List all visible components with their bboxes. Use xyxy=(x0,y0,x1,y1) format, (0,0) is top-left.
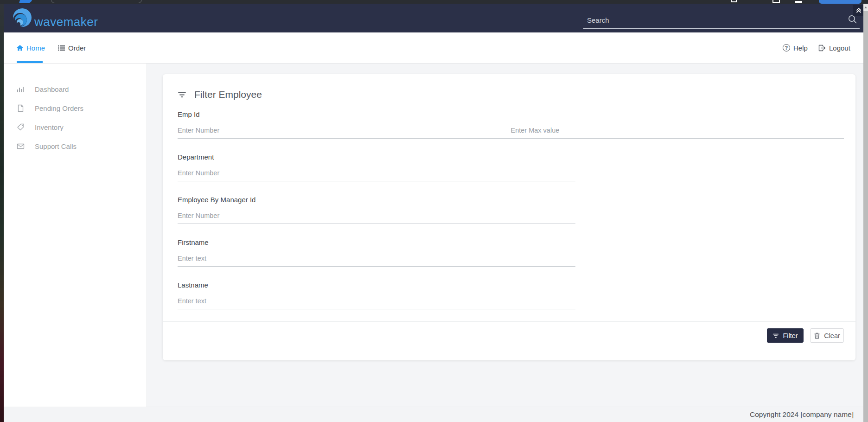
brand-logo-text: wavemaker xyxy=(34,15,98,28)
trash-icon xyxy=(814,332,820,339)
logout-icon xyxy=(818,45,826,51)
top-navbar: wavemaker xyxy=(4,4,863,32)
field-label: Department xyxy=(178,153,844,162)
sidebar-item-label: Support Calls xyxy=(35,142,77,150)
sidebar-item-label: Pending Orders xyxy=(35,104,83,112)
scrollbar-thumb[interactable] xyxy=(863,11,868,422)
search-icon[interactable] xyxy=(848,14,858,25)
tab-order-label: Order xyxy=(68,44,86,52)
field-label: Emp Id xyxy=(178,110,844,119)
help-icon: ? xyxy=(783,44,790,51)
field-label: Employee By Manager Id xyxy=(178,195,844,205)
browser-chrome-strip xyxy=(0,0,868,4)
filter-button[interactable]: Filter xyxy=(767,328,804,343)
field-firstname: Firstname xyxy=(178,238,844,267)
card-footer-actions: Filter Clear xyxy=(178,322,844,343)
brand-logo[interactable]: wavemaker xyxy=(11,7,98,29)
browser-minimize-icon xyxy=(795,1,802,3)
double-chevron-up-icon xyxy=(855,7,862,13)
sidebar-item-pending-orders[interactable]: Pending Orders xyxy=(4,99,147,118)
envelope-icon xyxy=(17,142,25,150)
field-emp-id: Emp Id xyxy=(178,110,844,139)
app-window: wavemaker Home xyxy=(0,0,868,422)
sidebar-item-support-calls[interactable]: Support Calls xyxy=(4,137,147,156)
browser-tab-outline xyxy=(51,0,142,3)
filter-button-label: Filter xyxy=(783,332,798,339)
collapse-header-button[interactable] xyxy=(853,5,864,16)
tab-home[interactable]: Home xyxy=(17,32,45,63)
tag-icon xyxy=(17,123,25,131)
emp-id-max-input[interactable] xyxy=(511,125,844,139)
filter-icon xyxy=(772,332,779,339)
sidebar-item-label: Dashboard xyxy=(35,85,69,93)
field-label: Lastname xyxy=(178,281,844,290)
filter-icon xyxy=(178,90,186,99)
main-area: Filter Employee Emp Id Department xyxy=(147,64,863,407)
manager-id-input[interactable] xyxy=(178,210,575,224)
sidebar-item-label: Inventory xyxy=(35,123,64,131)
browser-scrollbar[interactable] xyxy=(863,4,868,422)
tab-home-label: Home xyxy=(26,44,45,52)
home-icon xyxy=(17,45,23,51)
field-department: Department xyxy=(178,153,844,181)
browser-logo-fragment-icon xyxy=(19,0,32,3)
firstname-input[interactable] xyxy=(178,253,575,267)
browser-window-icon xyxy=(772,0,780,3)
department-input[interactable] xyxy=(178,167,575,181)
active-tab-indicator xyxy=(17,61,43,63)
content-area: Dashboard Pending Orders Inventory xyxy=(4,64,863,407)
logout-button[interactable]: Logout xyxy=(818,32,850,63)
filter-employee-card: Filter Employee Emp Id Department xyxy=(163,74,855,360)
clear-button-label: Clear xyxy=(824,332,840,339)
left-sidebar: Dashboard Pending Orders Inventory xyxy=(4,64,147,407)
browser-action-button-fragment xyxy=(819,0,862,4)
help-button[interactable]: ? Help xyxy=(783,32,808,63)
card-title: Filter Employee xyxy=(194,89,262,100)
field-lastname: Lastname xyxy=(178,281,844,309)
copyright-text: Copyright 2024 [company name] xyxy=(750,410,863,419)
field-employee-by-manager-id: Employee By Manager Id xyxy=(178,195,844,224)
page-footer: Copyright 2024 [company name] xyxy=(4,407,863,422)
sidebar-item-inventory[interactable]: Inventory xyxy=(4,118,147,137)
help-label: Help xyxy=(793,44,808,52)
tab-order[interactable]: Order xyxy=(58,32,86,63)
document-icon xyxy=(17,104,25,112)
field-label: Firstname xyxy=(178,238,844,247)
browser-toolbar-icon xyxy=(731,0,737,2)
desktop-wallpaper-sliver xyxy=(0,4,4,422)
sidebar-item-dashboard[interactable]: Dashboard xyxy=(4,80,147,99)
lastname-input[interactable] xyxy=(178,295,575,309)
logout-label: Logout xyxy=(829,44,850,52)
bar-chart-icon xyxy=(17,85,25,93)
secondary-nav: Home Order ? Help Logout xyxy=(4,32,863,64)
wavemaker-logo-icon xyxy=(11,7,33,29)
scrollbar-up-arrow-icon[interactable] xyxy=(863,4,868,11)
list-icon xyxy=(58,45,65,51)
search-input[interactable] xyxy=(583,13,841,27)
clear-button[interactable]: Clear xyxy=(810,328,844,343)
card-header: Filter Employee xyxy=(178,88,844,101)
global-search xyxy=(583,13,860,29)
emp-id-min-input[interactable] xyxy=(178,125,511,139)
